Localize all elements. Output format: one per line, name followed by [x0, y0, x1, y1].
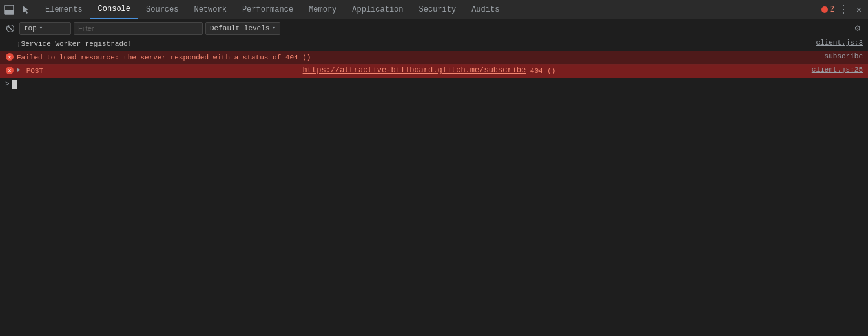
- devtools-icons: [3, 3, 32, 16]
- log-row-sw: ¡Service Worker registrado! client.js:3: [0, 37, 868, 51]
- log-row-error1: ✕ Failed to load resource: the server re…: [0, 51, 868, 65]
- log-text-error2-suffix: 404 (): [526, 66, 807, 76]
- error-circle-1: ✕: [6, 53, 14, 61]
- devtools-cursor-icon[interactable]: [19, 3, 32, 16]
- svg-rect-1: [5, 10, 14, 14]
- context-dropdown-icon: ▾: [39, 25, 43, 32]
- tab-bar: Elements Console Sources Network Perform…: [0, 0, 868, 19]
- console-cursor: [12, 80, 17, 89]
- error-badge: 2: [822, 5, 834, 14]
- console-output: ¡Service Worker registrado! client.js:3 …: [0, 37, 868, 336]
- error-dot-icon: [822, 6, 828, 13]
- tab-bar-right: 2 ⋮ ✕: [822, 3, 865, 16]
- tab-network[interactable]: Network: [186, 0, 234, 19]
- log-source-error1[interactable]: subscribe: [825, 52, 863, 60]
- tab-audits[interactable]: Audits: [464, 0, 507, 19]
- context-value: top: [24, 25, 37, 32]
- log-text-error1: Failed to load resource: the server resp…: [17, 52, 820, 63]
- devtools-dock-icon[interactable]: [3, 3, 16, 16]
- clear-console-icon[interactable]: [4, 22, 17, 35]
- svg-marker-2: [23, 6, 29, 14]
- toolbar-right: ⚙: [851, 22, 864, 35]
- log-source-error2[interactable]: client.js:25: [812, 66, 863, 74]
- close-devtools-icon[interactable]: ✕: [852, 3, 865, 16]
- tab-performance[interactable]: Performance: [234, 0, 301, 19]
- tab-sources[interactable]: Sources: [138, 0, 186, 19]
- error-url-link[interactable]: https://attractive-billboard.glitch.me/s…: [303, 66, 526, 75]
- error-icon-2: ✕: [5, 67, 14, 74]
- level-selector[interactable]: Default levels ▾: [205, 22, 280, 35]
- level-value: Default levels: [210, 25, 269, 32]
- expand-arrow-icon[interactable]: ▶: [17, 66, 21, 74]
- error-icon-1: ✕: [5, 53, 14, 61]
- console-toolbar: top ▾ Default levels ▾ ⚙: [0, 19, 868, 37]
- settings-icon[interactable]: ⚙: [851, 22, 864, 35]
- console-input-row[interactable]: >: [0, 78, 868, 90]
- log-text-sw: ¡Service Worker registrado!: [17, 39, 811, 49]
- main-content: top ▾ Default levels ▾ ⚙ ¡Service Worker…: [0, 19, 868, 336]
- tab-memory[interactable]: Memory: [301, 0, 344, 19]
- tab-security[interactable]: Security: [411, 0, 464, 19]
- log-text-error2-prefix: POST: [22, 66, 303, 76]
- context-selector[interactable]: top ▾: [19, 22, 71, 35]
- tab-console[interactable]: Console: [90, 0, 138, 19]
- error-circle-2: ✕: [6, 67, 14, 74]
- log-source-sw[interactable]: client.js:3: [816, 39, 863, 47]
- log-row-error2: ✕ ▶ POST https://attractive-billboard.gl…: [0, 65, 868, 78]
- error-count: 2: [830, 5, 834, 14]
- filter-input[interactable]: [74, 22, 203, 35]
- console-prompt: >: [5, 80, 10, 88]
- tab-application[interactable]: Application: [344, 0, 411, 19]
- more-options-icon[interactable]: ⋮: [837, 3, 850, 16]
- level-dropdown-icon: ▾: [272, 25, 275, 32]
- tab-elements[interactable]: Elements: [37, 0, 90, 19]
- svg-line-4: [8, 26, 13, 30]
